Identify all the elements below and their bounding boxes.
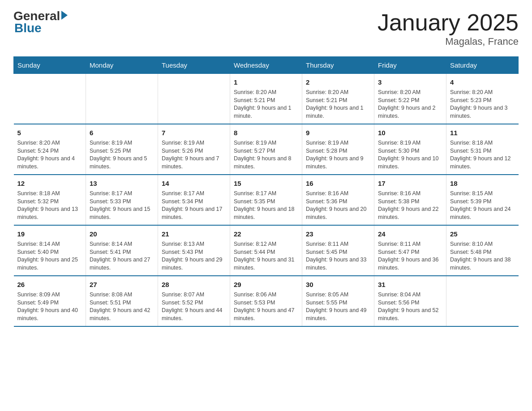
page-subtitle: Magalas, France (378, 36, 519, 47)
calendar-cell: 28Sunrise: 8:07 AMSunset: 5:52 PMDayligh… (158, 276, 230, 326)
calendar-cell: 21Sunrise: 8:13 AMSunset: 5:43 PMDayligh… (158, 225, 230, 276)
day-info: Sunrise: 8:20 AMSunset: 5:24 PMDaylight:… (17, 139, 82, 171)
header-friday: Friday (374, 57, 446, 74)
calendar-week-row: 12Sunrise: 8:18 AMSunset: 5:32 PMDayligh… (14, 175, 519, 225)
day-number: 31 (378, 280, 442, 289)
day-info: Sunrise: 8:12 AMSunset: 5:44 PMDaylight:… (234, 240, 298, 272)
day-info: Sunrise: 8:15 AMSunset: 5:39 PMDaylight:… (450, 190, 515, 221)
calendar-week-row: 26Sunrise: 8:09 AMSunset: 5:49 PMDayligh… (14, 276, 519, 326)
day-info: Sunrise: 8:16 AMSunset: 5:36 PMDaylight:… (306, 190, 370, 221)
weekday-header-row: Sunday Monday Tuesday Wednesday Thursday… (14, 57, 519, 74)
header-tuesday: Tuesday (158, 57, 230, 74)
calendar-cell: 18Sunrise: 8:15 AMSunset: 5:39 PMDayligh… (446, 175, 519, 225)
title-block: January 2025 Magalas, France (378, 9, 519, 47)
day-number: 8 (234, 128, 298, 137)
day-info: Sunrise: 8:10 AMSunset: 5:48 PMDaylight:… (450, 240, 515, 272)
calendar-cell: 23Sunrise: 8:11 AMSunset: 5:45 PMDayligh… (302, 225, 374, 276)
day-number: 3 (378, 77, 442, 87)
calendar-week-row: 5Sunrise: 8:20 AMSunset: 5:24 PMDaylight… (14, 124, 519, 175)
calendar-cell (446, 276, 519, 326)
day-number: 9 (306, 128, 370, 137)
calendar-cell: 20Sunrise: 8:14 AMSunset: 5:41 PMDayligh… (86, 225, 158, 276)
day-info: Sunrise: 8:20 AMSunset: 5:21 PMDaylight:… (234, 89, 298, 120)
day-info: Sunrise: 8:19 AMSunset: 5:30 PMDaylight:… (378, 139, 442, 171)
day-info: Sunrise: 8:19 AMSunset: 5:25 PMDaylight:… (90, 139, 154, 171)
day-info: Sunrise: 8:08 AMSunset: 5:51 PMDaylight:… (90, 291, 154, 322)
calendar-cell: 3Sunrise: 8:20 AMSunset: 5:22 PMDaylight… (374, 74, 446, 124)
calendar-cell: 13Sunrise: 8:17 AMSunset: 5:33 PMDayligh… (86, 175, 158, 225)
day-info: Sunrise: 8:06 AMSunset: 5:53 PMDaylight:… (234, 291, 298, 322)
calendar-header: Sunday Monday Tuesday Wednesday Thursday… (14, 57, 519, 74)
day-number: 28 (162, 280, 226, 289)
calendar-cell: 8Sunrise: 8:19 AMSunset: 5:27 PMDaylight… (230, 124, 302, 175)
calendar-body: 1Sunrise: 8:20 AMSunset: 5:21 PMDaylight… (14, 74, 519, 327)
day-info: Sunrise: 8:19 AMSunset: 5:26 PMDaylight:… (162, 139, 226, 171)
calendar-cell: 5Sunrise: 8:20 AMSunset: 5:24 PMDaylight… (14, 124, 86, 175)
calendar-cell (14, 74, 86, 124)
day-number: 15 (234, 179, 298, 188)
calendar-cell: 29Sunrise: 8:06 AMSunset: 5:53 PMDayligh… (230, 276, 302, 326)
day-number: 2 (306, 77, 370, 87)
day-info: Sunrise: 8:05 AMSunset: 5:55 PMDaylight:… (306, 291, 370, 322)
day-number: 22 (234, 229, 298, 239)
day-info: Sunrise: 8:17 AMSunset: 5:33 PMDaylight:… (90, 190, 154, 221)
day-number: 30 (306, 280, 370, 289)
day-info: Sunrise: 8:09 AMSunset: 5:49 PMDaylight:… (17, 291, 82, 322)
day-info: Sunrise: 8:16 AMSunset: 5:38 PMDaylight:… (378, 190, 442, 221)
calendar-cell (158, 74, 230, 124)
calendar-cell: 15Sunrise: 8:17 AMSunset: 5:35 PMDayligh… (230, 175, 302, 225)
day-info: Sunrise: 8:17 AMSunset: 5:34 PMDaylight:… (162, 190, 226, 221)
calendar-cell: 9Sunrise: 8:19 AMSunset: 5:28 PMDaylight… (302, 124, 374, 175)
day-number: 19 (17, 229, 82, 239)
day-number: 26 (17, 280, 82, 289)
day-info: Sunrise: 8:19 AMSunset: 5:28 PMDaylight:… (306, 139, 370, 171)
day-number: 21 (162, 229, 226, 239)
calendar-cell: 25Sunrise: 8:10 AMSunset: 5:48 PMDayligh… (446, 225, 519, 276)
calendar-cell: 19Sunrise: 8:14 AMSunset: 5:40 PMDayligh… (14, 225, 86, 276)
logo-blue-text: Blue (14, 21, 42, 35)
day-info: Sunrise: 8:19 AMSunset: 5:27 PMDaylight:… (234, 139, 298, 171)
page-header: General Blue January 2025 Magalas, Franc… (13, 9, 519, 47)
day-number: 1 (234, 77, 298, 87)
day-info: Sunrise: 8:20 AMSunset: 5:22 PMDaylight:… (378, 89, 442, 120)
calendar-cell: 14Sunrise: 8:17 AMSunset: 5:34 PMDayligh… (158, 175, 230, 225)
day-info: Sunrise: 8:20 AMSunset: 5:23 PMDaylight:… (450, 89, 515, 120)
day-info: Sunrise: 8:11 AMSunset: 5:47 PMDaylight:… (378, 240, 442, 272)
day-info: Sunrise: 8:18 AMSunset: 5:31 PMDaylight:… (450, 139, 515, 171)
calendar-cell: 1Sunrise: 8:20 AMSunset: 5:21 PMDaylight… (230, 74, 302, 124)
calendar-week-row: 19Sunrise: 8:14 AMSunset: 5:40 PMDayligh… (14, 225, 519, 276)
day-info: Sunrise: 8:20 AMSunset: 5:21 PMDaylight:… (306, 89, 370, 120)
day-number: 17 (378, 179, 442, 188)
day-number: 20 (90, 229, 154, 239)
header-saturday: Saturday (446, 57, 519, 74)
day-number: 27 (90, 280, 154, 289)
logo-arrow-icon (61, 11, 68, 20)
logo: General Blue (13, 9, 68, 35)
day-number: 5 (17, 128, 82, 137)
day-info: Sunrise: 8:17 AMSunset: 5:35 PMDaylight:… (234, 190, 298, 221)
day-info: Sunrise: 8:14 AMSunset: 5:40 PMDaylight:… (17, 240, 82, 272)
day-number: 10 (378, 128, 442, 137)
calendar-cell: 27Sunrise: 8:08 AMSunset: 5:51 PMDayligh… (86, 276, 158, 326)
day-number: 24 (378, 229, 442, 239)
day-info: Sunrise: 8:18 AMSunset: 5:32 PMDaylight:… (17, 190, 82, 221)
day-number: 12 (17, 179, 82, 188)
day-number: 18 (450, 179, 515, 188)
day-info: Sunrise: 8:07 AMSunset: 5:52 PMDaylight:… (162, 291, 226, 322)
calendar-cell: 2Sunrise: 8:20 AMSunset: 5:21 PMDaylight… (302, 74, 374, 124)
calendar-week-row: 1Sunrise: 8:20 AMSunset: 5:21 PMDaylight… (14, 74, 519, 124)
calendar-cell: 26Sunrise: 8:09 AMSunset: 5:49 PMDayligh… (14, 276, 86, 326)
day-number: 4 (450, 77, 515, 87)
calendar-cell: 16Sunrise: 8:16 AMSunset: 5:36 PMDayligh… (302, 175, 374, 225)
day-number: 13 (90, 179, 154, 188)
day-number: 16 (306, 179, 370, 188)
day-number: 25 (450, 229, 515, 239)
day-number: 11 (450, 128, 515, 137)
calendar-cell (86, 74, 158, 124)
calendar-cell: 31Sunrise: 8:04 AMSunset: 5:56 PMDayligh… (374, 276, 446, 326)
day-info: Sunrise: 8:14 AMSunset: 5:41 PMDaylight:… (90, 240, 154, 272)
day-number: 29 (234, 280, 298, 289)
calendar-cell: 22Sunrise: 8:12 AMSunset: 5:44 PMDayligh… (230, 225, 302, 276)
day-info: Sunrise: 8:11 AMSunset: 5:45 PMDaylight:… (306, 240, 370, 272)
header-wednesday: Wednesday (230, 57, 302, 74)
